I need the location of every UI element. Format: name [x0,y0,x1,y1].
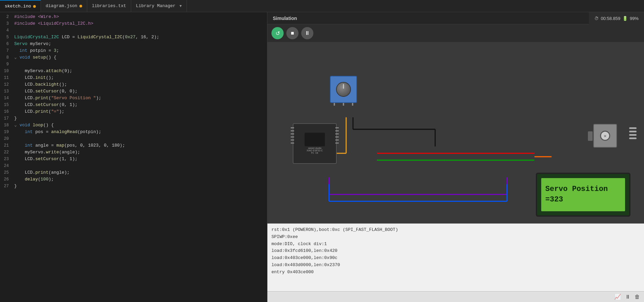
line-content: LCD.init(); [14,74,267,81]
code-line: 16 LCD.print("="); [0,108,267,115]
line-number: 7 [0,47,14,54]
line-content: LCD.print("="); [14,108,267,115]
console-log-line: SPIWP:0xee [271,234,640,241]
battery-icon: 🔋 [622,16,628,21]
code-lines: 2#include <Wire.h>3#include <LiquidCryst… [0,12,267,191]
code-line: 23 LCD.setCursor(1, 1); [0,156,267,163]
servo-wheel: ✕ [600,131,610,141]
line-content: int pos = analogRead(potpin); [14,129,267,135]
line-number: 21 [0,142,14,149]
servo-connector [588,131,593,141]
potentiometer-knob [336,82,351,97]
code-line: 15 LCD.setCursor(0, 1); [0,102,267,108]
tab-diagram[interactable]: diagram.json [41,0,87,12]
mcu-ce-label: FC CE [311,152,318,154]
line-number: 3 [0,20,14,27]
potentiometer [330,76,357,103]
line-content: int angle = map(pos, 0, 1023, 0, 180); [14,142,267,149]
tab-libraries[interactable]: libraries.txt [87,0,131,12]
pot-pin-3 [352,103,353,106]
code-line: 26 delay(100); [0,176,267,183]
line-content: LCD.print("Servo Position "); [14,95,267,102]
servo-horn-line-1 [629,127,637,129]
code-line: 4 [0,27,267,34]
line-content: LCD.backlight(); [14,81,267,88]
line-content: myServo.write(angle); [14,149,267,156]
pot-pin-1 [334,103,335,106]
timer-badge: ⏱ 00:58.859 🔋 99% [589,16,644,21]
battery-pct: 99% [630,16,639,21]
mcu-chip [305,133,325,146]
sim-header-row: Simulation ⏱ 00:58.859 🔋 99% [267,12,644,24]
servo-horn-line-4 [629,137,637,139]
timer-icon: ⏱ [594,16,599,21]
sim-panel-title: Simulation [273,16,297,21]
line-number: 25 [0,169,14,176]
console-log-line: load:0x403ce000,len:0x90c [271,255,640,262]
chart-button[interactable]: 📈 [614,294,621,300]
code-line: 24 [0,163,267,169]
code-line: 6Servo myServo; [0,41,267,47]
line-number: 19 [0,129,14,135]
line-number: 9 [0,61,14,68]
console-output: rst:0x1 (POWERON),boot:0xc (SPI_FAST_FLA… [267,223,644,291]
line-content: } [14,115,267,122]
code-line: 17} [0,115,267,122]
line-number: 6 [0,41,14,47]
line-number: 11 [0,74,14,81]
console-clear-button[interactable]: 🗑 [635,294,640,300]
potentiometer-pins [330,103,357,106]
code-line: 9 [0,61,267,68]
line-number: 17 [0,115,14,122]
line-content: LCD.print(angle); [14,169,267,176]
potentiometer-body [330,76,357,103]
line-number: 14 [0,95,14,102]
line-content: LCD.setCursor(1, 1); [14,156,267,163]
line-number: 2 [0,14,14,20]
line-number: 12 [0,81,14,88]
line-number: 20 [0,135,14,142]
code-line: 3#include <LiquidCrystal_I2C.h> [0,20,267,27]
line-number: 8 [0,54,14,61]
line-number: 22 [0,149,14,156]
code-line: 14 LCD.print("Servo Position "); [0,95,267,102]
stop-button[interactable]: ■ [286,27,299,39]
lcd-display: Servo Position =323 [536,173,630,217]
line-content: myServo.attach(9); [14,68,267,74]
console-log-line: mode:DIO, clock div:1 [271,241,640,248]
restart-button[interactable]: ↺ [271,27,284,39]
line-number: 4 [0,27,14,34]
code-line: 11 LCD.init(); [0,74,267,81]
code-line: 12 LCD.backlight(); [0,81,267,88]
code-line: 8⌄ void setup() { [0,54,267,61]
tab-sketch[interactable]: sketch.ino [0,0,41,12]
line-number: 23 [0,156,14,163]
line-content: } [14,183,267,190]
code-line: 21 int angle = map(pos, 0, 1023, 0, 180)… [0,142,267,149]
code-line: 22 myServo.write(angle); [0,149,267,156]
main-content: 2#include <Wire.h>3#include <LiquidCryst… [0,12,644,302]
line-content: Servo myServo; [14,41,267,47]
tab-sketch-label: sketch.ino [5,4,31,9]
tab-diagram-label: diagram.json [46,3,77,8]
code-line: 20 [0,135,267,142]
line-number: 16 [0,108,14,115]
line-number: 15 [0,102,14,108]
line-number: 24 [0,163,14,169]
code-line: 2#include <Wire.h> [0,14,267,20]
code-line: 18⌄ void loop() { [0,122,267,129]
timer-value: 00:58.859 [601,16,620,21]
tab-sketch-modified-dot [33,5,36,8]
pause-button[interactable]: ⏸ [301,27,313,39]
code-line: 7 int potpin = 3; [0,47,267,54]
line-number: 5 [0,34,14,41]
line-number: 10 [0,68,14,74]
lcd-screen: Servo Position =323 [541,178,625,211]
console-pause-button[interactable]: ⏸ [625,294,630,300]
tab-library-manager[interactable]: Library Manager ▼ [131,0,187,12]
microcontroller: seeed studio XIAO ESP32-C FC CE [293,123,337,164]
mcu-model-label: XIAO ESP32-C [307,149,323,152]
tab-bar: sketch.ino diagram.json libraries.txt Li… [0,0,644,12]
console-log-line: load:0x403d0000,len:0x2370 [271,262,640,269]
lcd-line2: =323 [545,195,621,205]
